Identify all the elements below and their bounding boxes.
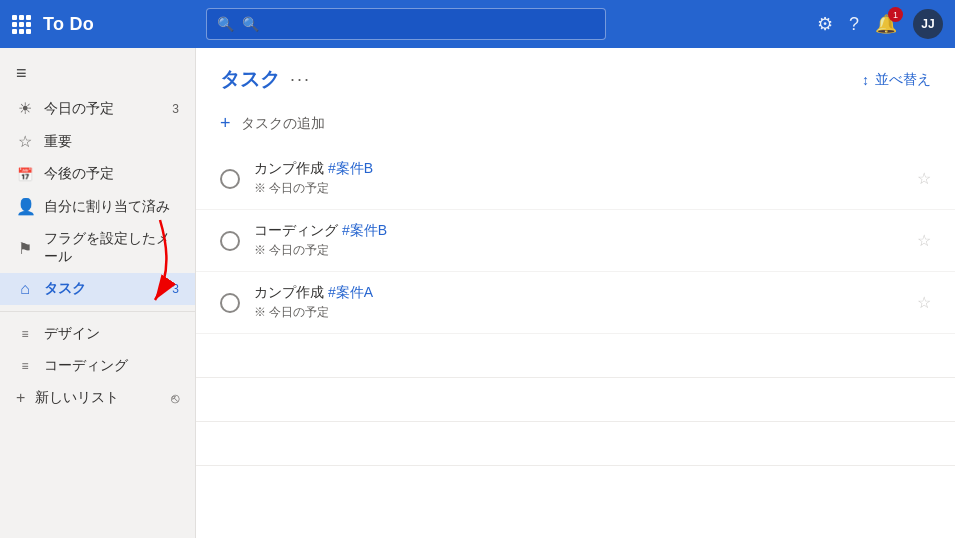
main-header: タスク ··· ↕ 並べ替え	[196, 48, 955, 103]
layout: ≡ ☀ 今日の予定 3 ☆ 重要 📅 今後の予定 👤 自分に割り当て済み ⚑ フ…	[0, 48, 955, 538]
header-actions: ⚙ ? 🔔 1 JJ	[817, 9, 943, 39]
sidebar-label-flagged: フラグを設定したメール	[44, 230, 179, 266]
task-item: コーディング #案件B ※ 今日の予定 ☆	[196, 210, 955, 272]
sidebar-item-today[interactable]: ☀ 今日の予定 3	[0, 92, 195, 125]
search-icon: 🔍	[217, 16, 234, 32]
task-tag-2: #案件B	[342, 222, 387, 238]
new-list-button[interactable]: + 新しいリスト ⎋	[0, 382, 195, 414]
task-item-empty-1	[196, 334, 955, 378]
list-icon-design: ≡	[16, 327, 34, 341]
notification-badge: 1	[888, 7, 903, 22]
task-sub-3: ※ 今日の予定	[254, 304, 903, 321]
sidebar-divider	[0, 311, 195, 312]
sort-label: 並べ替え	[875, 71, 931, 89]
task-sub-1: ※ 今日の予定	[254, 180, 903, 197]
add-task-label: タスクの追加	[241, 115, 325, 133]
sidebar-label-important: 重要	[44, 133, 179, 151]
main-more-options[interactable]: ···	[290, 69, 311, 90]
task-checkbox-3[interactable]	[220, 293, 240, 313]
task-item-empty-2	[196, 378, 955, 422]
app-grid-icon[interactable]	[12, 15, 31, 34]
home-icon: ⌂	[16, 280, 34, 298]
sun-icon: ☀	[16, 99, 34, 118]
person-icon: 👤	[16, 197, 34, 216]
task-content-3: カンプ作成 #案件A ※ 今日の予定	[254, 284, 903, 321]
list-icon-coding: ≡	[16, 359, 34, 373]
notifications-button[interactable]: 🔔 1	[875, 13, 897, 35]
sidebar-item-coding[interactable]: ≡ コーディング	[0, 350, 195, 382]
task-star-2[interactable]: ☆	[917, 231, 931, 250]
task-item: カンプ作成 #案件B ※ 今日の予定 ☆	[196, 148, 955, 210]
flag-icon: ⚑	[16, 239, 34, 258]
sidebar-item-flagged[interactable]: ⚑ フラグを設定したメール	[0, 223, 195, 273]
task-item: カンプ作成 #案件A ※ 今日の予定 ☆	[196, 272, 955, 334]
task-tag-1: #案件B	[328, 160, 373, 176]
search-input[interactable]	[242, 16, 595, 32]
sidebar-item-tasks[interactable]: ⌂ タスク 3	[0, 273, 195, 305]
task-title-1: カンプ作成 #案件B	[254, 160, 903, 178]
search-bar[interactable]: 🔍	[206, 8, 606, 40]
sidebar-label-today: 今日の予定	[44, 100, 162, 118]
sidebar: ≡ ☀ 今日の予定 3 ☆ 重要 📅 今後の予定 👤 自分に割り当て済み ⚑ フ…	[0, 48, 196, 538]
sidebar-label-tasks: タスク	[44, 280, 162, 298]
task-content-2: コーディング #案件B ※ 今日の予定	[254, 222, 903, 259]
task-star-1[interactable]: ☆	[917, 169, 931, 188]
sidebar-item-assigned[interactable]: 👤 自分に割り当て済み	[0, 190, 195, 223]
avatar[interactable]: JJ	[913, 9, 943, 39]
sidebar-badge-tasks: 3	[172, 282, 179, 296]
sidebar-item-design[interactable]: ≡ デザイン	[0, 318, 195, 350]
sidebar-label-design: デザイン	[44, 325, 179, 343]
sidebar-item-planned[interactable]: 📅 今後の予定	[0, 158, 195, 190]
calendar-icon: 📅	[16, 167, 34, 182]
sidebar-menu-toggle[interactable]: ≡	[0, 58, 195, 92]
app-title: To Do	[43, 14, 94, 35]
sidebar-label-planned: 今後の予定	[44, 165, 179, 183]
task-due-3: ※ 今日の予定	[254, 305, 329, 319]
task-title-2: コーディング #案件B	[254, 222, 903, 240]
sort-icon: ↕	[862, 72, 869, 88]
main-title: タスク	[220, 66, 280, 93]
add-task-plus-icon: +	[220, 113, 231, 134]
plus-icon: +	[16, 389, 25, 407]
task-due-1: ※ 今日の予定	[254, 181, 329, 195]
header: To Do 🔍 ⚙ ? 🔔 1 JJ	[0, 0, 955, 48]
task-sub-2: ※ 今日の予定	[254, 242, 903, 259]
help-icon[interactable]: ?	[849, 14, 859, 35]
task-item-empty-3	[196, 422, 955, 466]
sidebar-label-coding: コーディング	[44, 357, 179, 375]
star-outline-icon: ☆	[16, 132, 34, 151]
task-tag-3: #案件A	[328, 284, 373, 300]
new-list-label: 新しいリスト	[35, 389, 161, 407]
export-icon: ⎋	[171, 390, 179, 406]
sidebar-label-assigned: 自分に割り当て済み	[44, 198, 179, 216]
add-task-button[interactable]: + タスクの追加	[196, 103, 955, 144]
main-content: タスク ··· ↕ 並べ替え + タスクの追加 カンプ作成 #案件B ※ 今日の…	[196, 48, 955, 538]
task-star-3[interactable]: ☆	[917, 293, 931, 312]
task-title-3: カンプ作成 #案件A	[254, 284, 903, 302]
task-due-2: ※ 今日の予定	[254, 243, 329, 257]
task-list: カンプ作成 #案件B ※ 今日の予定 ☆ コーディング #案件B ※ 今日の予定	[196, 144, 955, 538]
task-content-1: カンプ作成 #案件B ※ 今日の予定	[254, 160, 903, 197]
settings-icon[interactable]: ⚙	[817, 13, 833, 35]
sidebar-badge-today: 3	[172, 102, 179, 116]
sort-button[interactable]: ↕ 並べ替え	[862, 71, 931, 89]
task-checkbox-1[interactable]	[220, 169, 240, 189]
task-checkbox-2[interactable]	[220, 231, 240, 251]
sidebar-item-important[interactable]: ☆ 重要	[0, 125, 195, 158]
